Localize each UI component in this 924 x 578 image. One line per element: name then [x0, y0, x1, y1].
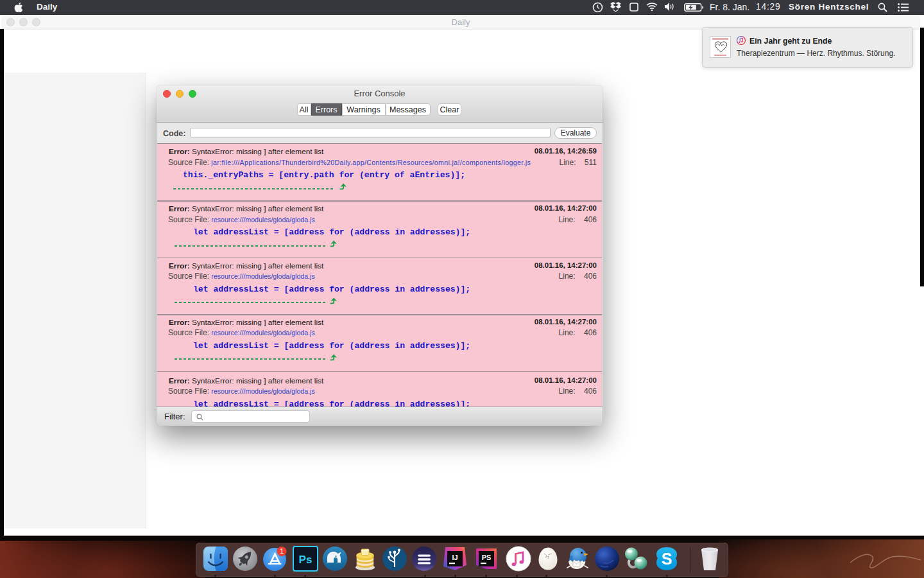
svg-text:1: 1	[280, 547, 284, 555]
svg-text:PS: PS	[482, 554, 492, 561]
svg-text:Ps: Ps	[299, 554, 312, 566]
svg-text:S: S	[662, 550, 672, 568]
svg-text:IJ: IJ	[452, 554, 458, 561]
